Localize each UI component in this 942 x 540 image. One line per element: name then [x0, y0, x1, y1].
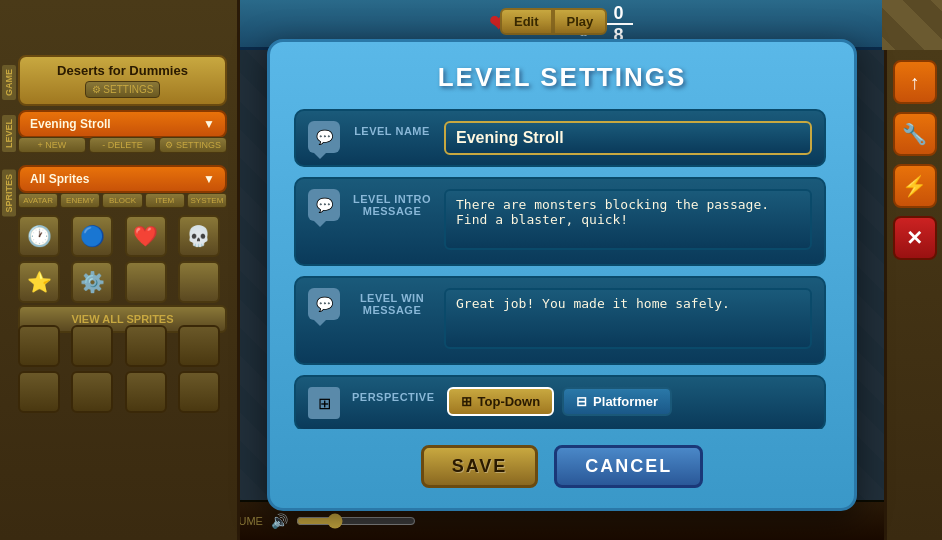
modal-title: LEVEL SETTINGS	[294, 62, 830, 93]
sprite-cell-gear[interactable]: ⚙️	[71, 261, 113, 303]
level-section-label: LEVEL	[2, 115, 16, 152]
right-toolbar: ↑ 🔧 ⚡ ✕	[884, 50, 942, 540]
game-section-label: GAME	[2, 65, 16, 100]
sprite-filter-buttons: AVATAR ENEMY BLOCK ITEM SYSTEM	[18, 193, 227, 208]
empty-cell-4	[178, 325, 220, 367]
sprite-cell-heart[interactable]: ❤️	[125, 215, 167, 257]
modal-footer: SAVE CANCEL	[294, 445, 830, 488]
skull-count: 0 8	[603, 4, 633, 44]
empty-cell-1	[18, 325, 60, 367]
level-intro-content: <span data-bind="modal.level_intro_value…	[444, 189, 812, 254]
topdown-label: Top-Down	[478, 394, 541, 409]
filter-enemy-button[interactable]: ENEMY	[60, 193, 100, 208]
grid-icon: ⊞	[318, 394, 331, 413]
empty-cell-8	[178, 371, 220, 413]
empty-cell-5	[18, 371, 60, 413]
sprites-dropdown-text: All Sprites	[30, 172, 89, 186]
edit-button[interactable]: Edit	[500, 8, 553, 35]
modal-save-button[interactable]: SAVE	[421, 445, 539, 488]
chevron-down-icon: ▼	[203, 117, 215, 131]
modal-body: 💬 LEVEL NAME 💬 LEVEL INTRO MESSAGE <span…	[294, 109, 830, 429]
perspective-radio-group: ⊞ Top-Down ⊟ Platformer	[447, 387, 812, 416]
filter-avatar-button[interactable]: AVATAR	[18, 193, 58, 208]
perspective-platformer-option[interactable]: ⊟ Platformer	[562, 387, 672, 416]
sprite-cell-skull[interactable]: 💀	[178, 215, 220, 257]
level-settings-button[interactable]: ⚙ SETTINGS	[159, 137, 227, 153]
level-settings-modal: LEVEL SETTINGS 💬 LEVEL NAME 💬 LEVEL INTR…	[267, 39, 857, 511]
modal-cancel-button[interactable]: CANCEL	[554, 445, 703, 488]
sprite-grid: 🕐 🔵 ❤️ 💀 ⭐ ⚙️	[18, 215, 227, 303]
new-level-button[interactable]: + NEW	[18, 137, 86, 153]
sprites-dropdown[interactable]: All Sprites ▼	[18, 165, 227, 193]
empty-cell-3	[125, 325, 167, 367]
chevron-down-icon-sprites: ▼	[203, 172, 215, 186]
level-name-input[interactable]	[444, 121, 812, 155]
game-title: Deserts for Dummies	[30, 63, 215, 78]
tool-button-3[interactable]: ⚡	[893, 164, 937, 208]
modal-overlay: LEVEL SETTINGS 💬 LEVEL NAME 💬 LEVEL INTR…	[240, 50, 884, 500]
play-button[interactable]: Play	[553, 8, 608, 35]
level-dropdown-text: Evening Stroll	[30, 117, 111, 131]
empty-sprite-grid	[18, 325, 227, 413]
tool-button-4[interactable]: ✕	[893, 216, 937, 260]
topdown-icon: ⊞	[461, 394, 472, 409]
empty-cell-6	[71, 371, 113, 413]
perspective-row: ⊞ PERSPECTIVE ⊞ Top-Down ⊟ Platformer	[294, 375, 826, 429]
level-win-icon: 💬	[308, 288, 340, 320]
platformer-label: Platformer	[593, 394, 658, 409]
sprite-cell-circle[interactable]: 🔵	[71, 215, 113, 257]
sprite-cell-empty2[interactable]	[178, 261, 220, 303]
volume-slider[interactable]	[296, 513, 416, 529]
level-name-content	[444, 121, 812, 155]
sprites-section-label: SPRITES	[2, 170, 16, 217]
skull-top: 0	[613, 4, 623, 22]
game-settings-button[interactable]: ⚙ SETTINGS	[85, 81, 161, 98]
sprite-cell-star[interactable]: ⭐	[18, 261, 60, 303]
platformer-icon: ⊟	[576, 394, 587, 409]
tool-button-2[interactable]: 🔧	[893, 112, 937, 156]
lightning-icon: ⚡	[902, 174, 927, 198]
level-dropdown[interactable]: Evening Stroll ▼	[18, 110, 227, 138]
perspective-topdown-option[interactable]: ⊞ Top-Down	[447, 387, 555, 416]
perspective-label: PERSPECTIVE	[352, 387, 435, 403]
volume-icon: 🔊	[271, 513, 288, 529]
level-win-content: <span data-bind="modal.level_win_value">…	[444, 288, 812, 353]
level-name-icon: 💬	[308, 121, 340, 153]
level-intro-icon: 💬	[308, 189, 340, 221]
close-icon: ✕	[906, 226, 923, 250]
edit-play-buttons: Edit Play	[500, 8, 607, 35]
game-title-box: Deserts for Dummies ⚙ SETTINGS	[18, 55, 227, 106]
speech-bubble-icon-2: 💬	[316, 197, 333, 213]
level-win-row: 💬 LEVEL WIN MESSAGE <span data-bind="mod…	[294, 276, 826, 365]
filter-system-button[interactable]: SYSTEM	[187, 193, 227, 208]
filter-block-button[interactable]: BLOCK	[102, 193, 142, 208]
perspective-icon: ⊞	[308, 387, 340, 419]
wrench-icon: 🔧	[902, 122, 927, 146]
speech-bubble-icon-3: 💬	[316, 296, 333, 312]
level-intro-label: LEVEL INTRO MESSAGE	[352, 189, 432, 217]
filter-item-button[interactable]: ITEM	[145, 193, 185, 208]
sprite-cell-empty1[interactable]	[125, 261, 167, 303]
level-name-label: LEVEL NAME	[352, 121, 432, 137]
level-actions: + NEW - DELETE ⚙ SETTINGS	[18, 137, 227, 153]
delete-level-button[interactable]: - DELETE	[89, 137, 157, 153]
arrow-up-icon: ↑	[910, 71, 920, 94]
tool-button-1[interactable]: ↑	[893, 60, 937, 104]
level-intro-row: 💬 LEVEL INTRO MESSAGE <span data-bind="m…	[294, 177, 826, 266]
empty-cell-7	[125, 371, 167, 413]
left-sidebar: GAME Deserts for Dummies ⚙ SETTINGS LEVE…	[0, 0, 240, 540]
level-name-row: 💬 LEVEL NAME	[294, 109, 826, 167]
level-win-textarea[interactable]: <span data-bind="modal.level_win_value">…	[444, 288, 812, 349]
level-intro-textarea[interactable]: <span data-bind="modal.level_intro_value…	[444, 189, 812, 250]
perspective-content: ⊞ Top-Down ⊟ Platformer	[447, 387, 812, 416]
speech-bubble-icon: 💬	[316, 129, 333, 145]
empty-cell-2	[71, 325, 113, 367]
sprite-cell-clock[interactable]: 🕐	[18, 215, 60, 257]
level-win-label: LEVEL WIN MESSAGE	[352, 288, 432, 316]
